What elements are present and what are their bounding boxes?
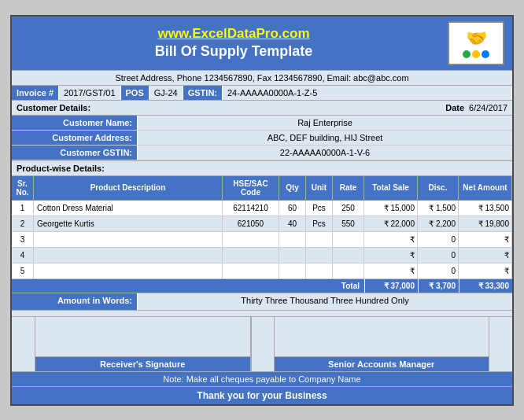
table-row: 1 Cotton Dress Material 62114210 60 Pcs …: [12, 201, 512, 216]
td-sr: 3: [12, 232, 34, 247]
amount-words-label: Amount in Words:: [12, 293, 138, 310]
td-unit: Pcs: [306, 201, 333, 216]
td-qty: [279, 248, 306, 263]
td-net: ₹: [459, 248, 512, 263]
td-sr: 5: [12, 263, 34, 278]
customer-name-row: Customer Name: Raj Enterprise: [12, 116, 512, 131]
total-net-value: ₹ 33,300: [459, 279, 512, 293]
circle-green: [463, 50, 470, 58]
customer-header-row: Customer Details: Date 6/24/2017: [12, 101, 512, 116]
invoice-label: Invoice #: [12, 86, 59, 100]
receiver-sig-box: Receiver's Signature: [35, 317, 251, 371]
customer-address-row: Customer Address: ABC, DEF building, HIJ…: [12, 131, 512, 146]
table-row: 2 Georgette Kurtis 621050 40 Pcs 550 ₹ 2…: [12, 216, 512, 232]
td-sr: 2: [12, 216, 34, 231]
col-hse-header: HSE/SAC Code: [223, 176, 279, 200]
sig-right-spacer: [489, 317, 512, 371]
pos-label: POS: [121, 86, 149, 100]
header-section: www.ExcelDataPro.com Bill Of Supply Temp…: [12, 17, 512, 70]
td-unit: [306, 232, 333, 247]
td-qty: [279, 263, 306, 278]
bill-title: Bill Of Supply Template: [20, 43, 448, 60]
td-rate: [333, 263, 364, 278]
table-row: 5 ₹ 0 ₹: [12, 263, 512, 279]
col-rate-header: Rate: [333, 176, 364, 200]
customer-section: Customer Details: Date 6/24/2017 Custome…: [12, 101, 512, 161]
total-sale-value: ₹ 37,000: [364, 279, 418, 293]
td-disc: 0: [418, 263, 459, 278]
customer-name-label: Customer Name:: [12, 116, 138, 130]
amount-words-row: Amount in Words: Thirty Three Thousand T…: [12, 293, 512, 311]
sig-middle-spacer: [251, 317, 275, 371]
td-desc: Georgette Kurtis: [34, 216, 223, 231]
spacer: [12, 311, 512, 317]
td-rate: [333, 248, 364, 263]
td-desc: Cotton Dress Material: [34, 201, 223, 216]
table-header: Sr. No. Product Description HSE/SAC Code…: [12, 176, 512, 201]
td-totalsale: ₹: [364, 248, 418, 263]
product-section-label: Product-wise Details:: [12, 161, 512, 176]
receiver-sig-label: Receiver's Signature: [35, 357, 250, 371]
td-rate: [333, 232, 364, 247]
td-sr: 4: [12, 248, 34, 263]
td-desc: [34, 263, 223, 278]
td-totalsale: ₹: [364, 232, 418, 247]
td-disc: ₹ 1,500: [418, 201, 459, 216]
td-totalsale: ₹ 22,000: [364, 216, 418, 231]
total-row: Total ₹ 37,000 ₹ 3,700 ₹ 33,300: [12, 279, 512, 293]
td-unit: [306, 248, 333, 263]
td-totalsale: ₹: [364, 263, 418, 278]
td-desc: [34, 232, 223, 247]
customer-gstin-row: Customer GSTIN: 22-AAAAA0000A-1-V-6: [12, 146, 512, 160]
td-net: ₹ 13,500: [459, 201, 512, 216]
accounts-sig-label: Senior Accounts Manager: [275, 357, 489, 371]
td-hse: 62114210: [223, 201, 279, 216]
site-url: www.ExcelDataPro.com: [20, 26, 448, 42]
td-disc: 0: [418, 248, 459, 263]
invoice-number: 2017/GST/01: [59, 86, 120, 100]
td-net: ₹: [459, 263, 512, 278]
col-sr-header: Sr. No.: [12, 176, 34, 200]
pos-value: GJ-24: [149, 86, 183, 100]
td-rate: 250: [333, 201, 364, 216]
logo-box: 🤝: [448, 21, 504, 65]
td-qty: 40: [279, 216, 306, 231]
col-qty-header: Qty: [279, 176, 306, 200]
td-desc: [34, 248, 223, 263]
gstin-label: GSTIN:: [183, 86, 223, 100]
circle-blue: [482, 50, 489, 58]
accounts-sig-box: Senior Accounts Manager: [275, 317, 489, 371]
amount-words-value: Thirty Three Thousand Three Hundred Only: [138, 293, 512, 310]
col-desc-header: Product Description: [34, 176, 223, 200]
customer-name-value: Raj Enterprise: [138, 116, 512, 130]
thankyou-bar: Thank you for your Business: [12, 387, 512, 404]
col-net-header: Net Amount: [459, 176, 512, 200]
customer-gstin-value: 22-AAAAA0000A-1-V-6: [138, 146, 512, 160]
address-bar: Street Address, Phone 1234567890, Fax 12…: [12, 70, 512, 86]
sig-left-spacer: [12, 317, 35, 371]
table-row: 4 ₹ 0 ₹: [12, 248, 512, 263]
td-hse: [223, 263, 279, 278]
td-rate: 550: [333, 216, 364, 231]
invoice-info-row: Invoice # 2017/GST/01 POS GJ-24 GSTIN: 2…: [12, 86, 512, 101]
td-qty: 60: [279, 201, 306, 216]
td-disc: ₹ 2,200: [418, 216, 459, 231]
accounts-sig-area: [275, 317, 489, 357]
logo-circles: [463, 50, 489, 58]
td-net: ₹: [459, 232, 512, 247]
col-disc-header: Disc.: [418, 176, 459, 200]
col-totalsale-header: Total Sale: [364, 176, 418, 200]
handshake-icon: 🤝: [466, 28, 487, 49]
invoice-container: www.ExcelDataPro.com Bill Of Supply Temp…: [10, 15, 514, 406]
total-label: Total: [12, 279, 364, 293]
customer-address-label: Customer Address:: [12, 131, 138, 145]
td-totalsale: ₹ 15,000: [364, 201, 418, 216]
date-value: 6/24/2017: [469, 103, 507, 112]
td-unit: Pcs: [306, 216, 333, 231]
col-unit-header: Unit: [306, 176, 333, 200]
total-disc-value: ₹ 3,700: [418, 279, 459, 293]
table-row: 3 ₹ 0 ₹: [12, 232, 512, 248]
td-qty: [279, 232, 306, 247]
td-net: ₹ 19,800: [459, 216, 512, 231]
circle-yellow: [472, 50, 480, 58]
